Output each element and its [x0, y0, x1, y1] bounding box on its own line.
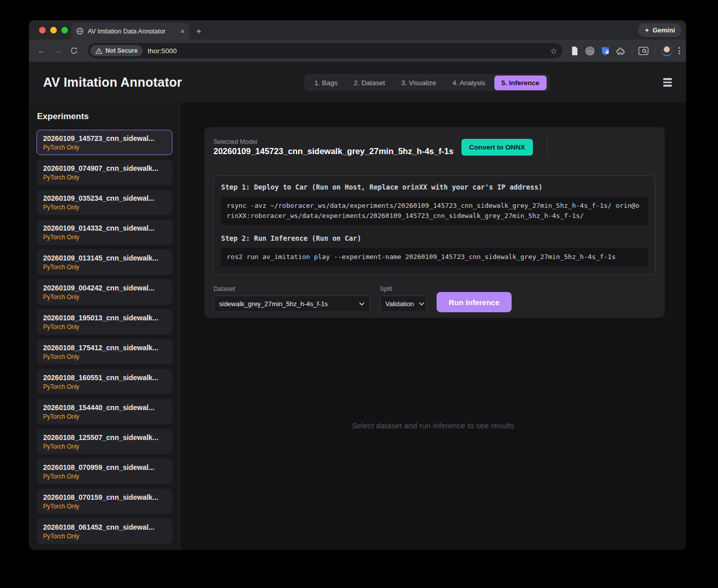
browser-tab[interactable]: AV Imitation Data Annotator × — [71, 23, 190, 40]
tab-visualize[interactable]: 3. Visualize — [394, 76, 443, 90]
experiment-name: 20260108_070159_cnn_sidewalk... — [43, 493, 166, 501]
experiment-item[interactable]: 20260109_013145_cnn_sidewalk...PyTorch O… — [37, 249, 172, 275]
step2-code: ros2 run av_imitation play --experiment-… — [221, 248, 648, 266]
nav-tabs: 1. Bags2. Dataset3. Visualize4. Analysis… — [304, 74, 550, 91]
new-tab-button[interactable]: + — [196, 26, 201, 36]
hamburger-menu-icon[interactable] — [663, 78, 672, 87]
split-label: Split — [380, 285, 427, 292]
experiment-item[interactable]: 20260109_074907_cnn_sidewalk...PyTorch O… — [37, 160, 172, 185]
step2-title: Step 2: Run Inference (Run on Car) — [221, 234, 648, 242]
run-inference-button[interactable]: Run Inference — [437, 292, 512, 312]
bookmark-star-icon[interactable]: ☆ — [550, 46, 557, 56]
minimize-window-button[interactable] — [50, 27, 57, 33]
browser-window: AV Imitation Data Annotator × + ✦ Gemini… — [29, 20, 686, 550]
maximize-window-button[interactable] — [61, 27, 68, 33]
experiment-item[interactable]: 20260109_004242_cnn_sidewal...PyTorch On… — [37, 279, 172, 305]
experiment-name: 20260109_074907_cnn_sidewalk... — [43, 164, 166, 172]
gemini-label: Gemini — [653, 26, 675, 34]
convert-to-onnx-button[interactable]: Convert to ONNX — [461, 139, 532, 156]
document-icon[interactable] — [570, 46, 579, 56]
tab-bags[interactable]: 1. Bags — [307, 76, 345, 90]
experiment-item[interactable]: 20260108_061452_cnn_sidewal...PyTorch On… — [37, 519, 172, 544]
experiment-item[interactable]: 20260108_125507_cnn_sidewalk...PyTorch O… — [37, 429, 172, 454]
split-selected-value: Validation — [385, 300, 414, 308]
toolbar-divider — [632, 46, 632, 55]
experiment-item[interactable]: 20260108_160551_cnn_sidewalk...PyTorch O… — [37, 369, 172, 394]
gemini-button[interactable]: ✦ Gemini — [638, 23, 681, 37]
chevron-down-icon — [419, 302, 424, 306]
model-card: Selected Model 20260109_145723_cnn_sidew… — [204, 127, 665, 318]
experiment-badge: PyTorch Only — [43, 473, 166, 480]
close-tab-icon[interactable]: × — [181, 28, 185, 35]
inference-controls: Dataset sidewalk_grey_27min_5hz_h-4s_f-1… — [213, 285, 656, 312]
experiment-badge: PyTorch Only — [43, 293, 166, 301]
experiment-badge: PyTorch Only — [43, 144, 166, 151]
gemini-sparkle-icon: ✦ — [644, 27, 650, 34]
toolbar-extensions — [570, 45, 680, 56]
experiment-name: 20260108_125507_cnn_sidewalk... — [43, 433, 166, 442]
shield-lock-icon[interactable] — [601, 46, 610, 56]
inference-panel: Selected Model 20260109_145723_cnn_sidew… — [180, 102, 686, 550]
tab-dataset[interactable]: 2. Dataset — [347, 76, 392, 90]
experiment-name: 20260108_154440_cnn_sidewal... — [43, 403, 166, 412]
toolbar-divider — [655, 46, 655, 55]
model-info: Selected Model 20260109_145723_cnn_sidew… — [213, 138, 453, 156]
split-select[interactable]: Validation — [380, 296, 427, 312]
selected-model-label: Selected Model — [213, 138, 453, 145]
experiment-item[interactable]: 20260108_070959_cnn_sidewal...PyTorch On… — [37, 459, 172, 484]
dataset-selected-value: sidewalk_grey_27min_5hz_h-4s_f-1s — [219, 300, 328, 308]
reload-button[interactable] — [67, 47, 81, 55]
experiment-item[interactable]: 20260109_014332_cnn_sidewal...PyTorch On… — [37, 219, 172, 245]
app-header: AV Imitation Annotator 1. Bags2. Dataset… — [29, 62, 686, 102]
experiment-badge: PyTorch Only — [43, 503, 166, 510]
kebab-menu-icon[interactable] — [678, 47, 680, 54]
experiment-badge: PyTorch Only — [43, 234, 166, 241]
browser-tabstrip: AV Imitation Data Annotator × + ✦ Gemini — [29, 20, 686, 40]
experiment-badge: PyTorch Only — [43, 204, 166, 211]
experiment-badge: PyTorch Only — [43, 413, 166, 420]
experiment-item[interactable]: 20260108_070159_cnn_sidewalk...PyTorch O… — [37, 489, 172, 514]
experiment-item[interactable]: 20260109_145723_cnn_sidewal...PyTorch On… — [37, 130, 172, 155]
target-circles-icon[interactable] — [585, 46, 595, 56]
experiment-badge: PyTorch Only — [43, 533, 166, 540]
experiment-item[interactable]: 20260108_154440_cnn_sidewal...PyTorch On… — [37, 399, 172, 424]
close-window-button[interactable] — [39, 27, 46, 33]
not-secure-chip[interactable]: Not Secure — [90, 45, 142, 56]
puzzle-extension-icon[interactable] — [616, 46, 626, 56]
app-title: AV Imitation Annotator — [43, 75, 182, 90]
experiments-sidebar: Experiments 20260109_145723_cnn_sidewal.… — [29, 102, 180, 550]
step1-title: Step 1: Deploy to Car (Run on Host, Repl… — [221, 183, 648, 191]
step1-code: rsync -avz ~/roboracer_ws/data/experimen… — [221, 197, 648, 225]
experiment-name: 20260109_035234_cnn_sidewal... — [43, 194, 166, 202]
model-row: Selected Model 20260109_145723_cnn_sidew… — [213, 135, 656, 159]
forward-button[interactable]: → — [51, 46, 64, 55]
experiment-badge: PyTorch Only — [43, 323, 166, 330]
back-button[interactable]: ← — [35, 46, 48, 55]
desktop-background: AV Imitation Data Annotator × + ✦ Gemini… — [0, 0, 718, 588]
experiment-badge: PyTorch Only — [43, 264, 166, 271]
experiment-name: 20260109_004242_cnn_sidewal... — [43, 284, 166, 292]
tab-analysis[interactable]: 4. Analysis — [445, 76, 492, 90]
experiment-name: 20260109_013145_cnn_sidewalk... — [43, 254, 166, 262]
macos-window-controls — [39, 27, 68, 33]
dataset-select[interactable]: sidewalk_grey_27min_5hz_h-4s_f-1s — [213, 296, 370, 312]
not-secure-label: Not Secure — [105, 47, 137, 54]
experiment-item[interactable]: 20260108_195013_cnn_sidewalk...PyTorch O… — [37, 309, 172, 335]
dataset-field: Dataset sidewalk_grey_27min_5hz_h-4s_f-1… — [213, 285, 370, 312]
experiment-name: 20260108_160551_cnn_sidewalk... — [43, 374, 166, 382]
tab-inference[interactable]: 5. Inference — [494, 76, 547, 90]
deploy-instructions: Step 1: Deploy to Car (Run on Host, Repl… — [213, 175, 656, 275]
address-bar[interactable]: Not Secure thor:5000 ☆ — [88, 43, 562, 58]
experiment-item[interactable]: 20260108_175412_cnn_sidewalk...PyTorch O… — [37, 339, 172, 364]
chevron-down-icon — [359, 302, 365, 306]
reading-list-search-icon[interactable] — [638, 47, 649, 55]
results-placeholder: Select dataset and run inference to see … — [180, 421, 686, 430]
experiment-badge: PyTorch Only — [43, 383, 166, 390]
profile-avatar[interactable] — [661, 45, 672, 56]
experiment-badge: PyTorch Only — [43, 443, 166, 450]
experiment-badge: PyTorch Only — [43, 353, 166, 360]
split-field: Split Validation — [370, 285, 427, 312]
experiment-item[interactable]: 20260109_035234_cnn_sidewal...PyTorch On… — [37, 190, 172, 215]
url-text[interactable]: thor:5000 — [148, 47, 545, 55]
experiment-name: 20260109_145723_cnn_sidewal... — [43, 134, 166, 142]
